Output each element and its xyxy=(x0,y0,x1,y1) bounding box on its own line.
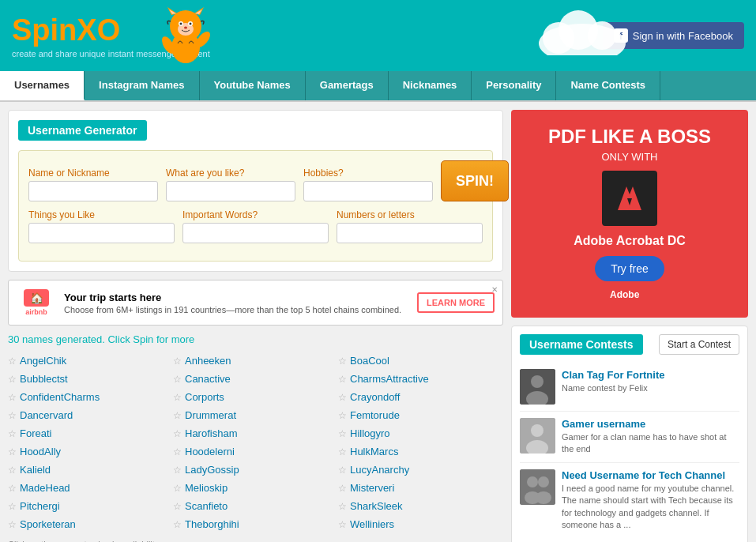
star-icon[interactable]: ☆ xyxy=(173,410,182,421)
ad-close-button[interactable]: ✕ xyxy=(491,284,498,295)
name-link[interactable]: SharkSleek xyxy=(350,500,402,512)
contests-title: Username Contests xyxy=(520,334,643,355)
star-icon[interactable]: ☆ xyxy=(173,374,182,385)
ad-learn-more-button[interactable]: LEARN MORE xyxy=(417,292,495,313)
like-group: What are you like? xyxy=(166,167,295,201)
star-icon[interactable]: ☆ xyxy=(338,374,347,385)
nav-item-youtube[interactable]: Youtube Names xyxy=(200,71,306,100)
contest-item-1[interactable]: Clan Tag For Fortnite Name contest by Fe… xyxy=(520,363,739,412)
name-item: ☆LucyAnarchy xyxy=(338,462,503,477)
star-icon[interactable]: ☆ xyxy=(338,519,347,530)
main-content: Username Generator Name or Nickname What… xyxy=(0,102,756,542)
try-free-button[interactable]: Try free xyxy=(595,256,664,281)
star-icon[interactable]: ☆ xyxy=(173,446,182,457)
nav-item-personality[interactable]: Personality xyxy=(472,71,556,100)
start-contest-button[interactable]: Start a Contest xyxy=(659,334,739,355)
star-icon[interactable]: ☆ xyxy=(338,465,347,476)
star-icon[interactable]: ☆ xyxy=(338,410,347,421)
name-input[interactable] xyxy=(28,181,158,201)
spin-button[interactable]: SPIN! xyxy=(441,160,509,201)
name-link[interactable]: Theborghihi xyxy=(185,518,239,530)
name-item: ☆Foreati xyxy=(8,426,173,441)
name-item: ☆Pitchergi xyxy=(8,499,173,514)
ad-description: Choose from 6M+ listings in 191 countrie… xyxy=(64,305,409,314)
name-link[interactable]: ConfidentCharms xyxy=(20,391,100,403)
name-link[interactable]: Harofisham xyxy=(185,427,237,439)
nav-item-gamertags[interactable]: Gamertags xyxy=(306,71,389,100)
star-icon[interactable]: ☆ xyxy=(8,465,17,476)
name-link[interactable]: HoodAlly xyxy=(20,446,61,457)
star-icon[interactable]: ☆ xyxy=(8,501,17,512)
name-link[interactable]: LadyGossip xyxy=(185,464,239,476)
numbers-label: Numbers or letters xyxy=(337,209,483,220)
name-link[interactable]: Femtorude xyxy=(350,409,400,421)
star-icon[interactable]: ☆ xyxy=(173,501,182,512)
star-icon[interactable]: ☆ xyxy=(173,519,182,530)
name-link[interactable]: Hillogyro xyxy=(350,427,390,439)
star-icon[interactable]: ☆ xyxy=(8,446,17,457)
nav-item-nicknames[interactable]: Nicknames xyxy=(389,71,472,100)
navigation: Usernames Instagram Names Youtube Names … xyxy=(0,71,756,102)
name-link[interactable]: BoaCool xyxy=(350,355,389,367)
name-link[interactable]: Corports xyxy=(185,391,224,403)
star-icon[interactable]: ☆ xyxy=(338,446,347,457)
name-link[interactable]: MadeHead xyxy=(20,482,70,494)
hobbies-group: Hobbies? xyxy=(303,167,433,201)
star-icon[interactable]: ☆ xyxy=(8,483,17,494)
contest-info-2: Gamer username Gamer for a clan name has… xyxy=(562,418,739,456)
nav-item-instagram[interactable]: Instagram Names xyxy=(85,71,199,100)
name-link[interactable]: Melioskip xyxy=(185,482,228,494)
hobbies-input[interactable] xyxy=(303,181,433,201)
contest-item-3[interactable]: Need Username for Tech Channel I need a … xyxy=(520,463,739,538)
numbers-input[interactable] xyxy=(337,223,483,243)
like-input[interactable] xyxy=(166,181,295,201)
name-link[interactable]: Kalield xyxy=(20,464,51,476)
name-link[interactable]: Sporketeran xyxy=(20,518,76,530)
nav-item-usernames[interactable]: Usernames xyxy=(0,71,85,100)
name-link[interactable]: HulkMarcs xyxy=(350,446,398,457)
ad-content: Your trip starts here Choose from 6M+ li… xyxy=(64,292,409,314)
star-icon[interactable]: ☆ xyxy=(8,428,17,439)
name-item: ☆Sporketeran xyxy=(8,517,173,532)
star-icon[interactable]: ☆ xyxy=(338,483,347,494)
star-icon[interactable]: ☆ xyxy=(173,392,182,403)
star-icon[interactable]: ☆ xyxy=(8,374,17,385)
name-group: Name or Nickname xyxy=(28,167,158,201)
name-link[interactable]: Dancervard xyxy=(20,409,73,421)
name-link[interactable]: Drummerat xyxy=(185,409,236,421)
name-link[interactable]: Canactive xyxy=(185,373,231,385)
name-link[interactable]: Pitchergi xyxy=(20,500,60,512)
name-link[interactable]: AngelChik xyxy=(20,355,66,367)
important-input[interactable] xyxy=(182,223,329,243)
star-icon[interactable]: ☆ xyxy=(173,428,182,439)
name-link[interactable]: Welliniers xyxy=(350,518,394,530)
name-link[interactable]: LucyAnarchy xyxy=(350,464,409,476)
things-input[interactable] xyxy=(28,223,175,243)
star-icon[interactable]: ☆ xyxy=(338,392,347,403)
star-icon[interactable]: ☆ xyxy=(173,465,182,476)
numbers-group: Numbers or letters xyxy=(337,209,483,243)
star-icon[interactable]: ☆ xyxy=(8,410,17,421)
name-link[interactable]: Hoodelerni xyxy=(185,446,235,457)
star-icon[interactable]: ☆ xyxy=(8,356,17,367)
name-item: ☆CharmsAttractive xyxy=(338,371,503,386)
like-label: What are you like? xyxy=(166,167,295,179)
nav-item-name-contests[interactable]: Name Contests xyxy=(556,71,660,100)
name-link[interactable]: CharmsAttractive xyxy=(350,373,429,385)
name-link[interactable]: Anheeken xyxy=(185,355,231,367)
name-link[interactable]: Scanfieto xyxy=(185,500,228,512)
star-icon[interactable]: ☆ xyxy=(338,428,347,439)
star-icon[interactable]: ☆ xyxy=(338,356,347,367)
name-link[interactable]: Foreati xyxy=(20,427,51,439)
star-icon[interactable]: ☆ xyxy=(8,519,17,530)
name-link[interactable]: Crayondoff xyxy=(350,391,400,403)
contest-item-2[interactable]: Gamer username Gamer for a clan name has… xyxy=(520,412,739,463)
star-icon[interactable]: ☆ xyxy=(173,483,182,494)
name-link[interactable]: Bubblectst xyxy=(20,373,68,385)
star-icon[interactable]: ☆ xyxy=(173,356,182,367)
name-item: ☆Misterveri xyxy=(338,480,503,495)
star-icon[interactable]: ☆ xyxy=(8,392,17,403)
form-area: Name or Nickname What are you like? Hobb… xyxy=(18,150,493,262)
star-icon[interactable]: ☆ xyxy=(338,501,347,512)
name-link[interactable]: Misterveri xyxy=(350,482,394,494)
